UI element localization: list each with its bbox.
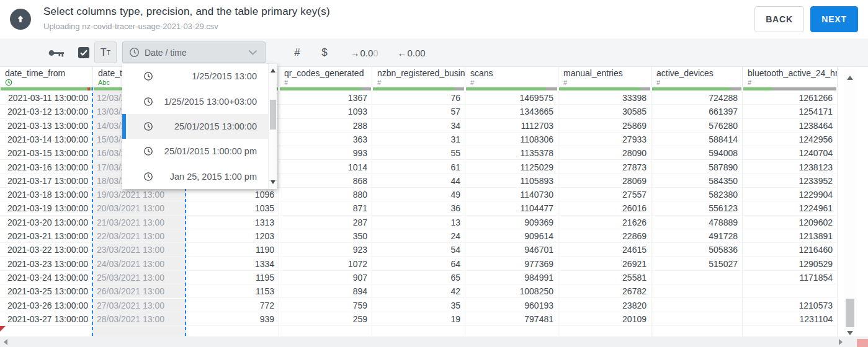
table-cell[interactable]: 724288	[651, 91, 743, 105]
table-cell[interactable]: 2021-03-18 13:00:00	[0, 188, 93, 201]
table-cell[interactable]: 24	[372, 229, 465, 243]
text-type-button[interactable]: TT	[94, 42, 117, 63]
table-cell[interactable]	[651, 326, 743, 336]
table-cell[interactable]: 61	[372, 160, 465, 174]
table-cell[interactable]: 2021-03-25 13:00:00	[0, 284, 93, 298]
table-cell[interactable]: 27557	[558, 188, 651, 201]
table-cell[interactable]: 772	[186, 299, 279, 312]
table-cell[interactable]: 1153	[186, 284, 279, 298]
table-cell[interactable]: 923	[279, 243, 372, 257]
table-cell[interactable]	[93, 326, 186, 336]
scroll-left-icon[interactable]	[4, 339, 7, 345]
table-cell[interactable]: 1135378	[465, 146, 558, 160]
table-cell[interactable]: 350	[279, 229, 372, 243]
primary-key-icon[interactable]	[47, 38, 66, 67]
table-cell[interactable]: 1343665	[465, 105, 558, 118]
table-cell[interactable]	[279, 326, 372, 336]
table-cell[interactable]: 27873	[558, 160, 651, 174]
column-header-active_devices[interactable]: active_devices#	[651, 67, 743, 87]
table-cell[interactable]: 27/03/2021 13:00	[93, 299, 186, 312]
table-cell[interactable]: 23/03/2021 13:00	[93, 243, 186, 257]
table-cell[interactable]: 44	[372, 174, 465, 188]
table-cell[interactable]: 25581	[558, 271, 651, 284]
next-button[interactable]: NEXT	[810, 6, 858, 32]
horizontal-scrollbar[interactable]	[0, 336, 868, 347]
table-cell[interactable]: 76	[372, 91, 465, 105]
table-cell[interactable]: 1140730	[465, 188, 558, 201]
table-cell[interactable]: 288	[279, 119, 372, 133]
table-cell[interactable]: 2021-03-15 13:00:00	[0, 146, 93, 160]
table-cell[interactable]: 20/03/2021 13:00	[93, 201, 186, 215]
scroll-down-icon[interactable]	[847, 331, 853, 335]
table-cell[interactable]: 1195	[186, 271, 279, 284]
table-cell[interactable]: 584350	[651, 174, 743, 188]
table-cell[interactable]	[372, 326, 465, 336]
table-cell[interactable]: 594008	[651, 146, 743, 160]
table-cell[interactable]: 909614	[465, 229, 558, 243]
table-cell[interactable]: 977369	[465, 257, 558, 271]
column-header-nzbn_registered_busine[interactable]: nzbn_registered_busine#	[372, 67, 465, 87]
table-cell[interactable]: 54	[372, 243, 465, 257]
table-cell[interactable]: 21/03/2021 13:00	[93, 216, 186, 229]
table-cell[interactable]: 34	[372, 119, 465, 133]
column-header-scans[interactable]: scans#	[465, 67, 558, 87]
table-cell[interactable]: 1171854	[743, 271, 838, 284]
table-cell[interactable]: 25/03/2021 13:00	[93, 271, 186, 284]
table-cell[interactable]: 1261266	[743, 91, 838, 105]
table-cell[interactable]: 27933	[558, 133, 651, 146]
table-cell[interactable]: 1238123	[743, 160, 838, 174]
table-cell[interactable]: 1209602	[743, 216, 838, 229]
table-cell[interactable]: 1096	[186, 188, 279, 201]
table-cell[interactable]: 363	[279, 133, 372, 146]
primary-key-checkbox[interactable]	[78, 47, 89, 58]
table-cell[interactable]: 960193	[465, 299, 558, 312]
table-cell[interactable]: 28/03/2021 13:00	[93, 312, 186, 326]
table-cell[interactable]: 1290529	[743, 257, 838, 271]
table-cell[interactable]: 57	[372, 105, 465, 118]
table-cell[interactable]: 2021-03-13 13:00:00	[0, 119, 93, 133]
table-cell[interactable]: 1093	[279, 105, 372, 118]
table-cell[interactable]: 26016	[558, 201, 651, 215]
table-cell[interactable]	[186, 326, 279, 336]
date-format-option[interactable]: 1/25/2015 13:00	[122, 64, 277, 89]
table-cell[interactable]: 22869	[558, 229, 651, 243]
table-cell[interactable]	[651, 271, 743, 284]
table-cell[interactable]: 21626	[558, 216, 651, 229]
table-cell[interactable]: 22/03/2021 13:00	[93, 229, 186, 243]
table-cell[interactable]: 2021-03-24 13:00:00	[0, 271, 93, 284]
table-cell[interactable]: 1112703	[465, 119, 558, 133]
table-cell[interactable]: 1213891	[743, 229, 838, 243]
table-cell[interactable]: 1072	[279, 257, 372, 271]
table-cell[interactable]: 2021-03-16 13:00:00	[0, 160, 93, 174]
table-cell[interactable]: 1125029	[465, 160, 558, 174]
dropdown-scrollbar[interactable]	[268, 64, 277, 189]
table-cell[interactable]: 1469575	[465, 91, 558, 105]
table-cell[interactable]: 894	[279, 284, 372, 298]
table-cell[interactable]: 33398	[558, 91, 651, 105]
table-cell[interactable]: 907	[279, 271, 372, 284]
table-cell[interactable]: 505836	[651, 243, 743, 257]
table-cell[interactable]: 36	[372, 201, 465, 215]
table-cell[interactable]	[651, 299, 743, 312]
table-cell[interactable]: 1104477	[465, 201, 558, 215]
table-cell[interactable]: 1242956	[743, 133, 838, 146]
table-cell[interactable]: 1035	[186, 201, 279, 215]
table-cell[interactable]: 1210573	[743, 299, 838, 312]
table-cell[interactable]: 1238464	[743, 119, 838, 133]
column-header-date_time_from[interactable]: date_time_from	[0, 67, 93, 87]
table-cell[interactable]: 1014	[279, 160, 372, 174]
table-cell[interactable]: 35	[372, 299, 465, 312]
back-button[interactable]: BACK	[754, 6, 804, 32]
date-format-option[interactable]: 25/01/2015 13:00:00	[122, 114, 277, 139]
table-cell[interactable]: 2021-03-27 13:00:00	[0, 312, 93, 326]
table-cell[interactable]: 939	[186, 312, 279, 326]
table-cell[interactable]: 984991	[465, 271, 558, 284]
table-cell[interactable]	[651, 312, 743, 326]
table-cell[interactable]	[651, 284, 743, 298]
column-header-qr_codes_generated[interactable]: qr_codes_generated#	[279, 67, 372, 87]
vertical-scrollbar-thumb[interactable]	[846, 299, 854, 327]
table-cell[interactable]: 259	[279, 312, 372, 326]
table-cell[interactable]: 2021-03-21 13:00:00	[0, 229, 93, 243]
table-cell[interactable]: 993	[279, 146, 372, 160]
table-cell[interactable]: 23820	[558, 299, 651, 312]
